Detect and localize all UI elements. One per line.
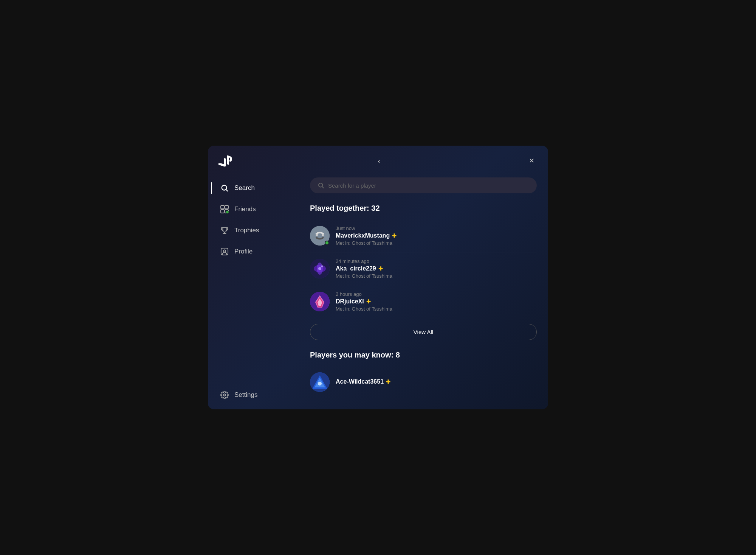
sidebar-label-trophies: Trophies	[234, 227, 259, 234]
played-together-title: Played together: 32	[310, 204, 537, 213]
psplus-icon: ✚	[386, 379, 390, 385]
player-met: Met in: Ghost of Tsushima	[336, 273, 537, 279]
psplus-icon: ✚	[366, 298, 371, 305]
trophy-icon	[220, 226, 229, 235]
player-time: 2 hours ago	[336, 291, 537, 297]
friends-online-dot	[226, 210, 229, 214]
player-name: DRjuiceXI ✚	[336, 298, 537, 305]
app-window: ‹ ✕ Search	[208, 146, 548, 409]
may-know-title: Players you may know: 8	[310, 351, 537, 359]
played-together-section: Played together: 32	[310, 204, 537, 351]
sidebar-item-settings[interactable]: Settings	[211, 385, 296, 405]
svg-point-7	[223, 250, 226, 252]
playstation-logo	[218, 154, 232, 168]
player-time: Just now	[336, 225, 537, 231]
player-time: 24 minutes ago	[336, 258, 537, 264]
online-indicator	[325, 241, 329, 245]
player-name: MaverickxMustang ✚	[336, 232, 537, 239]
sidebar-item-friends[interactable]: Friends	[211, 199, 296, 219]
player-met: Met in: Ghost of Tsushima	[336, 240, 537, 246]
psplus-icon: ✚	[392, 233, 397, 239]
view-all-button[interactable]: View All	[310, 324, 537, 340]
settings-icon	[220, 390, 229, 400]
player-item[interactable]: 24 minutes ago Aka_circle229 ✚ Met in: G…	[310, 252, 537, 285]
svg-line-1	[226, 190, 228, 191]
player-info: Ace-Wildcat3651 ✚	[336, 378, 537, 386]
sidebar-label-profile: Profile	[234, 248, 253, 255]
main-layout: Search Friends	[208, 174, 548, 409]
avatar	[310, 292, 330, 311]
svg-point-13	[322, 234, 324, 236]
player-name: Ace-Wildcat3651 ✚	[336, 378, 537, 385]
avatar-wrap	[310, 226, 330, 246]
svg-point-18	[321, 266, 323, 267]
profile-icon	[220, 247, 229, 256]
svg-point-28	[318, 382, 322, 386]
friends-icon	[220, 205, 229, 214]
player-item[interactable]: 2 hours ago DRjuiceXI ✚ Met in: Ghost of…	[310, 285, 537, 318]
player-info: 2 hours ago DRjuiceXI ✚ Met in: Ghost of…	[336, 291, 537, 312]
svg-point-8	[223, 394, 226, 396]
player-item[interactable]: Ace-Wildcat3651 ✚	[310, 366, 537, 398]
sidebar-item-search[interactable]: Search	[211, 178, 296, 198]
sidebar-label-search: Search	[234, 184, 255, 192]
may-know-section: Players you may know: 8	[310, 351, 537, 398]
search-input[interactable]	[328, 182, 529, 189]
main-content: Played together: 32	[299, 174, 548, 409]
player-item[interactable]: Just now MaverickxMustang ✚ Met in: Ghos…	[310, 219, 537, 252]
sidebar-item-profile[interactable]: Profile	[211, 242, 296, 261]
sidebar-item-trophies[interactable]: Trophies	[211, 221, 296, 240]
sidebar: Search Friends	[208, 174, 299, 409]
psplus-icon: ✚	[378, 266, 383, 272]
svg-rect-2	[221, 205, 224, 209]
sidebar-label-friends: Friends	[234, 205, 256, 213]
player-met: Met in: Ghost of Tsushima	[336, 306, 537, 312]
close-button[interactable]: ✕	[526, 155, 538, 166]
search-bar	[310, 177, 537, 193]
titlebar: ‹ ✕	[208, 146, 548, 174]
avatar-wrap	[310, 259, 330, 278]
avatar-wrap	[310, 372, 330, 392]
avatar	[310, 259, 330, 278]
player-info: 24 minutes ago Aka_circle229 ✚ Met in: G…	[336, 258, 537, 279]
back-button[interactable]: ‹	[375, 155, 383, 167]
played-together-list: Just now MaverickxMustang ✚ Met in: Ghos…	[310, 219, 537, 318]
sidebar-label-settings: Settings	[234, 391, 257, 399]
may-know-list: Ace-Wildcat3651 ✚	[310, 366, 537, 398]
avatar	[310, 372, 330, 392]
avatar-wrap	[310, 292, 330, 311]
player-info: Just now MaverickxMustang ✚ Met in: Ghos…	[336, 225, 537, 246]
svg-rect-4	[221, 210, 224, 213]
svg-point-17	[318, 267, 321, 270]
search-icon	[220, 183, 229, 193]
player-name: Aka_circle229 ✚	[336, 265, 537, 272]
svg-line-10	[322, 187, 323, 188]
svg-point-12	[316, 234, 318, 236]
search-bar-icon	[318, 182, 324, 189]
svg-rect-3	[225, 205, 228, 209]
